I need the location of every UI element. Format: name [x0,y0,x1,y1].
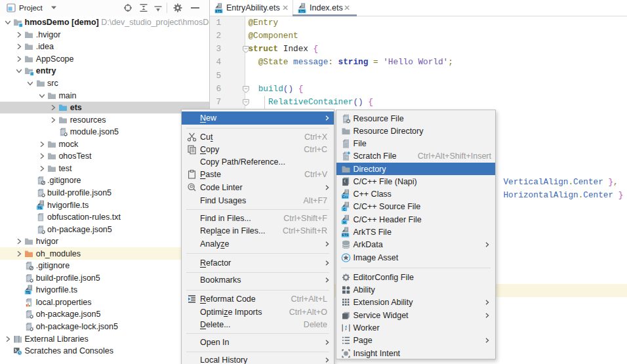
svg-text:C: C [343,207,346,211]
svg-text:TS: TS [37,205,42,209]
svg-text:TS: TS [26,291,31,294]
svg-text:H: H [343,220,346,224]
svg-text:C: C [344,178,346,182]
svg-text:C++: C++ [342,195,348,199]
